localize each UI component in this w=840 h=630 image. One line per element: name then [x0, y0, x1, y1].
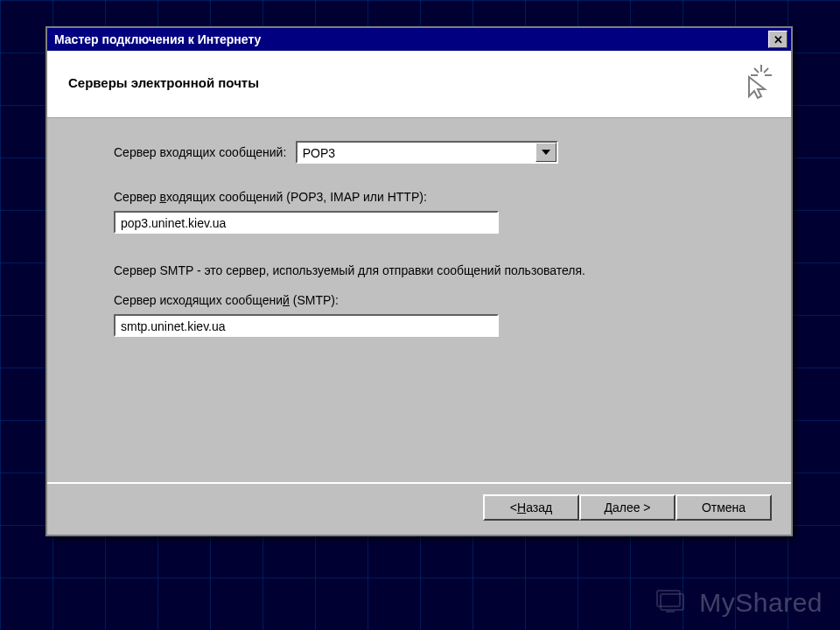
incoming-type-select[interactable]: POP3	[296, 141, 558, 164]
incoming-server-input[interactable]: pop3.uninet.kiev.ua	[114, 211, 499, 234]
wizard-header: Серверы электронной почты	[47, 51, 791, 118]
outgoing-server-input[interactable]: smtp.uninet.kiev.ua	[114, 314, 499, 337]
access-key: Н	[517, 500, 526, 514]
watermark-icon	[655, 589, 690, 617]
wizard-dialog: Мастер подключения к Интернету ✕ Серверы…	[46, 26, 793, 536]
wizard-footer: < Назад Далее > Отмена	[47, 482, 791, 535]
close-icon: ✕	[774, 33, 783, 46]
svg-marker-5	[542, 150, 550, 155]
incoming-type-value: POP3	[298, 143, 536, 162]
label-text: Далее >	[604, 500, 650, 514]
svg-line-3	[754, 68, 759, 73]
next-button[interactable]: Далее >	[579, 494, 676, 521]
access-key: й	[283, 293, 290, 307]
page-title: Серверы электронной почты	[68, 75, 259, 90]
close-button[interactable]: ✕	[768, 31, 788, 48]
incoming-type-row: Сервер входящих сообщений: POP3	[114, 141, 744, 164]
svg-line-1	[764, 68, 768, 73]
outgoing-server-label: Сервер исходящих сообщений (SMTP):	[114, 293, 744, 307]
label-text: Отмена	[702, 500, 746, 514]
titlebar: Мастер подключения к Интернету ✕	[47, 28, 791, 51]
label-text: (SMTP):	[290, 293, 339, 307]
incoming-type-label: Сервер входящих сообщений:	[114, 145, 286, 159]
label-text: азад	[526, 500, 552, 514]
dropdown-button[interactable]	[536, 143, 556, 162]
cancel-button[interactable]: Отмена	[676, 494, 772, 521]
wizard-body: Сервер входящих сообщений: POP3 Сервер в…	[47, 118, 791, 482]
window-title: Мастер подключения к Интернету	[54, 32, 261, 46]
label-text: Сервер	[114, 190, 159, 204]
access-key: в	[159, 190, 165, 204]
label-text: <	[510, 500, 517, 514]
incoming-server-value: pop3.uninet.kiev.ua	[121, 216, 226, 230]
wizard-cursor-icon	[735, 63, 774, 102]
watermark-text: MyShared	[699, 588, 822, 618]
outgoing-server-value: smtp.uninet.kiev.ua	[121, 319, 226, 333]
incoming-server-label: Сервер входящих сообщений (POP3, IMAP ил…	[114, 190, 744, 204]
chevron-down-icon	[542, 150, 550, 155]
label-text: Сервер исходящих сообщени	[114, 293, 283, 307]
smtp-info-text: Сервер SMTP - это сервер, используемый д…	[114, 263, 744, 277]
watermark: MyShared	[655, 588, 822, 618]
back-button[interactable]: < Назад	[483, 494, 579, 521]
label-text: ходящих сообщений (POP3, IMAP или HTTP):	[166, 190, 427, 204]
